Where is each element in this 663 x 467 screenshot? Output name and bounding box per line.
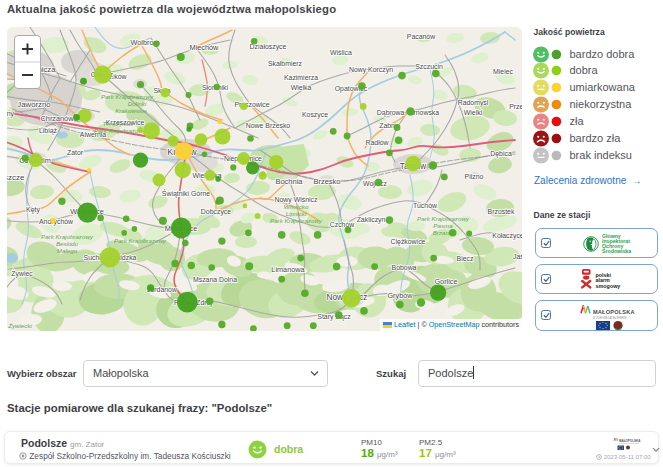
svg-text:Wielka: Wielka xyxy=(291,84,312,91)
svg-text:Skalbmierz: Skalbmierz xyxy=(268,60,303,67)
svg-text:Park Krajobrazowy: Park Krajobrazowy xyxy=(270,217,323,224)
svg-text:Krakowskie: Krakowskie xyxy=(115,107,147,114)
svg-text:Miechów: Miechów xyxy=(190,43,220,52)
svg-text:Kazimierza: Kazimierza xyxy=(284,74,318,81)
svg-text:Kęty: Kęty xyxy=(26,206,40,214)
svg-text:Proszowice: Proszowice xyxy=(234,101,269,108)
svg-text:Koszyce: Koszyce xyxy=(302,111,328,119)
svg-text:Pilzno: Pilzno xyxy=(465,173,484,180)
svg-text:Żywiecki: Żywiecki xyxy=(7,322,32,329)
svg-text:Pacanów: Pacanów xyxy=(407,33,435,40)
svg-text:Libiąż: Libiąż xyxy=(39,127,58,135)
svg-text:Jasło: Jasło xyxy=(513,253,522,260)
svg-text:Świątniki Górne: Świątniki Górne xyxy=(162,189,210,198)
svg-text:Tenczyński: Tenczyński xyxy=(103,120,134,127)
svg-text:Wielki: Wielki xyxy=(464,109,483,116)
svg-text:Bobowa: Bobowa xyxy=(392,264,417,271)
svg-text:Żywiec: Żywiec xyxy=(11,269,33,278)
svg-text:Czchów: Czchów xyxy=(330,221,355,228)
svg-text:Dobczyce: Dobczyce xyxy=(201,208,231,216)
svg-text:Kołaczyce: Kołaczyce xyxy=(492,232,522,240)
svg-text:Dolinki: Dolinki xyxy=(128,100,147,107)
svg-text:Beskidu: Beskidu xyxy=(56,240,79,247)
svg-text:Chrzanów: Chrzanów xyxy=(41,114,75,123)
svg-text:Radłów: Radłów xyxy=(366,139,389,146)
svg-text:MAŁOPOLSKA: MAŁOPOLSKA xyxy=(593,309,635,315)
svg-text:Andrychów: Andrychów xyxy=(39,218,73,226)
svg-text:smogowy: smogowy xyxy=(596,282,621,288)
svg-text:Brzesko: Brzesko xyxy=(313,177,340,186)
svg-text:Radomyśl: Radomyśl xyxy=(458,99,489,107)
svg-text:W ZDROWEJ ATM●SFERZE: W ZDROWEJ ATM●SFERZE xyxy=(593,316,627,320)
svg-text:Wiślica: Wiślica xyxy=(330,49,352,56)
svg-text:Zator: Zator xyxy=(67,149,84,156)
svg-text:dziny: dziny xyxy=(7,110,15,118)
svg-text:Jaworzno: Jaworzno xyxy=(17,100,51,109)
svg-text:Nowy Korczyn: Nowy Korczyn xyxy=(349,66,393,74)
svg-text:Małego: Małego xyxy=(57,247,78,254)
svg-text:Mszana Dolna: Mszana Dolna xyxy=(193,276,237,283)
svg-text:Nowe Brzesko: Nowe Brzesko xyxy=(246,122,291,129)
svg-text:Grybów: Grybów xyxy=(387,291,413,300)
svg-text:Park Krajobrazowy: Park Krajobrazowy xyxy=(114,237,167,244)
svg-text:Pasma: Pasma xyxy=(433,222,453,229)
svg-text:Szczucin: Szczucin xyxy=(415,63,443,70)
svg-text:Tuchów: Tuchów xyxy=(413,202,437,209)
svg-text:Mielec: Mielec xyxy=(493,68,513,75)
svg-text:Wiśnicko: Wiśnicko xyxy=(284,203,309,210)
svg-text:Przec: Przec xyxy=(509,103,522,110)
svg-text:Park Krajobrazowy: Park Krajobrazowy xyxy=(41,233,94,240)
svg-text:Park Krajobrazowy: Park Krajobrazowy xyxy=(101,93,154,100)
svg-text:Limanowa: Limanowa xyxy=(271,265,305,274)
svg-text:zeszcze: zeszcze xyxy=(7,173,25,182)
svg-text:Zakliczyn: Zakliczyn xyxy=(357,216,386,224)
svg-text:Stary Sącz: Stary Sącz xyxy=(317,313,351,321)
svg-text:Lipnicki: Lipnicki xyxy=(286,210,307,217)
svg-text:Biecz: Biecz xyxy=(457,255,474,262)
svg-text:Park Krajobrazowy: Park Krajobrazowy xyxy=(417,215,470,222)
svg-text:Bochnia: Bochnia xyxy=(275,177,303,186)
svg-text:Ciężkowice: Ciężkowice xyxy=(391,238,426,246)
svg-text:Środowiska: Środowiska xyxy=(602,248,631,254)
svg-text:W ZDROWEJ ATMOSFERZE: W ZDROWEJ ATMOSFERZE xyxy=(619,442,639,444)
svg-text:Brzostek: Brzostek xyxy=(488,208,515,215)
svg-text:Dębica: Dębica xyxy=(490,150,512,158)
